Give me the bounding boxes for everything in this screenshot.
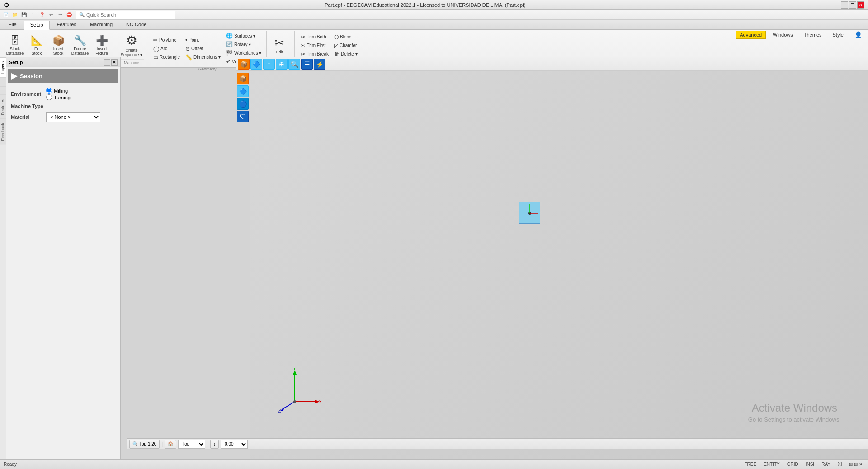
tab3[interactable]: · xyxy=(0,86,6,95)
view-list-button[interactable]: ☰ xyxy=(301,59,313,70)
setup-panel-title: Setup xyxy=(9,60,23,65)
tab2[interactable]: · xyxy=(0,77,6,86)
title-left: ⚙ xyxy=(4,1,9,9)
milling-radio[interactable] xyxy=(46,88,52,94)
qa-open[interactable]: 📁 xyxy=(11,11,19,19)
chamfer-button[interactable]: ◸Chamfer xyxy=(332,42,360,50)
panel-minimize-button[interactable]: _ xyxy=(104,59,110,66)
trim-first-button[interactable]: ✂Trim First xyxy=(298,42,331,50)
create-sequence-button[interactable]: ⚙ CreateSequence ▾ xyxy=(119,33,144,59)
insert-fixture-button[interactable]: ➕ InsertFixture xyxy=(91,33,112,59)
feedback-tab[interactable]: Feedback xyxy=(0,119,6,145)
layers-tab[interactable]: Layers xyxy=(0,57,6,77)
surfaces-icon: 🌐 xyxy=(226,33,233,39)
qa-redo[interactable]: ↪ xyxy=(56,11,64,19)
stock-database-button[interactable]: 🗄 StockDatabase xyxy=(5,33,25,59)
side-icon-1[interactable]: 📦 xyxy=(237,73,249,84)
zoom-label: Top 1:20 xyxy=(139,441,156,446)
insert-stock-button[interactable]: 📦 InsertStock xyxy=(48,33,69,59)
style-button[interactable]: Style xyxy=(829,31,848,39)
left-tabs: Layers · · Features Feedback xyxy=(0,57,6,459)
y-axis-label: Y xyxy=(293,368,297,371)
tab-features[interactable]: Features xyxy=(50,20,83,29)
top-view-cube-button[interactable]: 🔷 xyxy=(250,59,262,70)
edit-items: ✂ Edit xyxy=(270,32,292,59)
fixture-database-icon: 🔧 xyxy=(74,36,86,46)
title-buttons: ─ ❐ ✕ xyxy=(841,1,864,9)
search-icon: 🔍 xyxy=(79,12,85,17)
polyline-button[interactable]: ✏PolyLine xyxy=(151,36,182,44)
home-view-button[interactable]: 📦 xyxy=(238,59,250,70)
delete-icon: 🗑 xyxy=(334,51,340,57)
status-grid[interactable]: GRID xyxy=(785,462,800,467)
status-ray[interactable]: RAY xyxy=(820,462,832,467)
settings-view-button[interactable]: ⚡ xyxy=(314,59,326,70)
environment-label: Environment xyxy=(11,91,42,97)
turning-label: Turning xyxy=(54,95,71,100)
view-icon-button[interactable]: 🏠 xyxy=(165,440,176,449)
qa-info[interactable]: ℹ xyxy=(29,11,37,19)
turning-radio[interactable] xyxy=(46,94,52,100)
side-icon-3[interactable]: 🔵 xyxy=(237,98,249,110)
watermark-line1: Activate Windows xyxy=(748,402,841,414)
status-entity[interactable]: ENTITY xyxy=(762,462,782,467)
zoom-level-button[interactable]: 🔍 Top 1:20 xyxy=(129,440,160,449)
trim-break-button[interactable]: ✂Trim Break xyxy=(298,50,331,58)
trim-both-button[interactable]: ✂Trim Both xyxy=(298,33,331,41)
setup-panel-content: ▶ Session Environment Milling Turning Ma… xyxy=(6,67,120,459)
qa-stop[interactable]: ⛔ xyxy=(65,11,73,19)
title-bar: ⚙ Part.epf - EDGECAM Educational 2022.1 … xyxy=(0,0,868,10)
elevation-select[interactable]: 0.00 xyxy=(221,440,248,449)
qa-save[interactable]: 💾 xyxy=(20,11,28,19)
panel-close-button[interactable]: ✕ xyxy=(111,59,118,66)
delete-button[interactable]: 🗑Delete ▾ xyxy=(332,50,360,58)
fit-stock-button[interactable]: 📐 FitStock xyxy=(26,33,47,59)
blend-icon: ⬡ xyxy=(334,34,339,40)
fixture-database-button[interactable]: 🔧 FixtureDatabase xyxy=(70,33,90,59)
view-icon: 🏠 xyxy=(168,441,173,446)
material-label: Material xyxy=(11,114,42,120)
viewport-toolbar: 📦 🔷 ↑ ⊕ 🔍 ☰ ⚡ xyxy=(236,57,868,71)
edit-button[interactable]: ✂ Edit xyxy=(270,33,288,59)
status-free[interactable]: FREE xyxy=(742,462,758,467)
trim-break-icon: ✂ xyxy=(301,51,305,57)
viewport-canvas[interactable]: X Y Z Activate Windows Go to Settings to… xyxy=(250,71,868,459)
surfaces-button[interactable]: 🌐Surfaces ▾ xyxy=(224,32,264,40)
point-icon: • xyxy=(185,37,187,43)
advanced-button[interactable]: Advanced xyxy=(736,31,766,39)
zoom-fit-button[interactable]: ⊕ xyxy=(276,59,288,70)
search-input[interactable] xyxy=(86,12,168,18)
arc-button[interactable]: ◯Arc xyxy=(151,45,182,53)
status-insi[interactable]: INSI xyxy=(804,462,816,467)
front-view-button[interactable]: ↑ xyxy=(263,59,275,70)
tab-setup[interactable]: Setup xyxy=(24,21,50,30)
side-icon-4[interactable]: 🛡 xyxy=(237,111,249,122)
turning-option[interactable]: Turning xyxy=(46,94,71,100)
viewport-controls[interactable]: ⊞ ⊟ ✕ xyxy=(847,462,864,467)
milling-option[interactable]: Milling xyxy=(46,88,71,94)
close-button[interactable]: ✕ xyxy=(857,1,864,9)
tab-file[interactable]: File xyxy=(2,20,24,29)
elevation-icon-button[interactable]: ↕ xyxy=(210,440,219,449)
status-xi[interactable]: XI xyxy=(836,462,844,467)
blend-button[interactable]: ⬡Blend xyxy=(332,33,360,41)
offset-button[interactable]: ⊖Offset xyxy=(183,45,223,53)
features-tab[interactable]: Features xyxy=(0,95,6,119)
qa-help[interactable]: ❓ xyxy=(38,11,46,19)
view-select[interactable]: Top xyxy=(178,440,205,449)
material-select[interactable]: < None > xyxy=(46,112,100,122)
minimize-button[interactable]: ─ xyxy=(841,1,848,9)
themes-button[interactable]: Themes xyxy=(800,31,826,39)
tab-nccode[interactable]: NC Code xyxy=(119,20,153,29)
zoom-window-button[interactable]: 🔍 xyxy=(288,59,300,70)
rotary-button[interactable]: 🔄Rotary ▾ xyxy=(224,40,264,48)
qa-undo[interactable]: ↩ xyxy=(47,11,55,19)
side-icon-2[interactable]: 🔷 xyxy=(237,85,249,97)
tab-machining[interactable]: Machining xyxy=(83,20,119,29)
workplanes-button[interactable]: 🏁Workplanes ▾ xyxy=(224,49,264,57)
qa-new[interactable]: 📄 xyxy=(2,11,10,19)
restore-button[interactable]: ❐ xyxy=(849,1,856,9)
point-button[interactable]: •Point xyxy=(183,36,223,44)
user-button[interactable]: 👤 xyxy=(850,30,866,40)
windows-button[interactable]: Windows xyxy=(769,31,797,39)
